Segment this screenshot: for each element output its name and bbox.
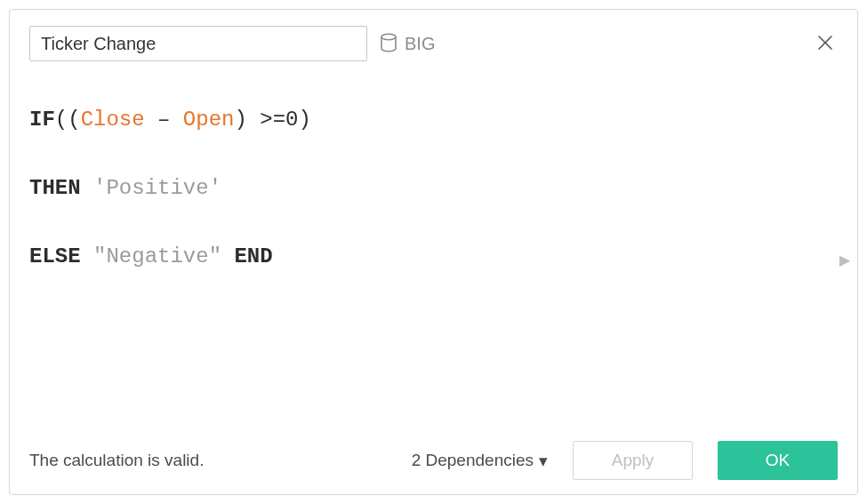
formula-token-kw: END xyxy=(234,244,272,268)
formula-token-kw: THEN xyxy=(29,176,81,200)
formula-token-str: 'Positive' xyxy=(93,176,221,200)
formula-editor[interactable]: IF((Close – Open) >=0)THEN 'Positive'ELS… xyxy=(29,85,838,434)
formula-token-plain: – xyxy=(145,108,183,132)
caret-down-icon: ▾ xyxy=(539,451,548,471)
expand-handle[interactable]: ▶ xyxy=(839,252,850,268)
apply-button[interactable]: Apply xyxy=(573,441,693,480)
formula-token-plain: ) >=0) xyxy=(234,108,310,132)
dependencies-dropdown[interactable]: 2 Dependencies ▾ xyxy=(412,451,548,471)
close-icon xyxy=(816,34,834,54)
ok-button[interactable]: OK xyxy=(718,441,838,480)
formula-token-kw: ELSE xyxy=(29,244,81,268)
formula-token-field: Open xyxy=(183,108,235,132)
formula-token-plain xyxy=(81,244,93,268)
datasource-picker[interactable]: BIG xyxy=(380,33,435,55)
formula-token-plain: (( xyxy=(55,108,81,132)
formula-token-kw: IF xyxy=(29,108,55,132)
dialog-header: BIG xyxy=(29,26,838,61)
close-button[interactable] xyxy=(813,31,838,56)
formula-token-field: Close xyxy=(81,108,145,132)
dialog-footer: The calculation is valid. 2 Dependencies… xyxy=(29,434,838,480)
formula-token-plain xyxy=(81,176,93,200)
formula-token-str: "Negative" xyxy=(93,244,221,268)
database-icon xyxy=(380,33,397,55)
svg-point-0 xyxy=(381,34,396,40)
dependencies-label: 2 Dependencies xyxy=(412,451,534,470)
datasource-label: BIG xyxy=(405,35,435,52)
formula-token-plain xyxy=(221,244,234,268)
calculated-field-dialog: BIG IF((Close – Open) >=0)THEN 'Positive… xyxy=(9,9,858,495)
validation-status: The calculation is valid. xyxy=(29,451,204,470)
chevron-right-icon: ▶ xyxy=(839,252,850,268)
formula-editor-wrap: IF((Close – Open) >=0)THEN 'Positive'ELS… xyxy=(29,85,838,434)
calc-name-input[interactable] xyxy=(29,26,367,61)
